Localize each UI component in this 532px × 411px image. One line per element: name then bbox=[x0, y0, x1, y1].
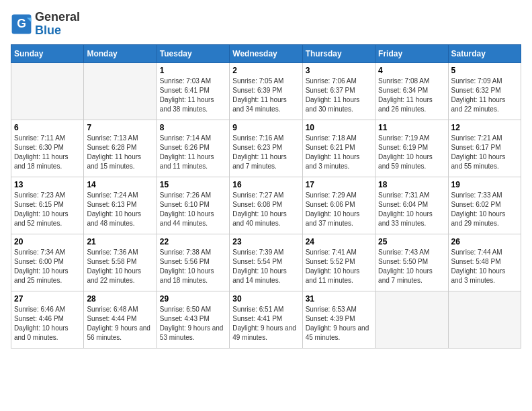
day-number: 24 bbox=[306, 237, 372, 246]
calendar-cell: 26 Sunrise: 7:44 AM Sunset: 5:48 PM Dayl… bbox=[448, 234, 521, 291]
day-info: Sunrise: 7:33 AM Sunset: 6:02 PM Dayligh… bbox=[451, 191, 518, 228]
day-number: 23 bbox=[232, 237, 299, 246]
calendar-cell: 3 Sunrise: 7:06 AM Sunset: 6:37 PM Dayli… bbox=[302, 62, 375, 120]
day-number: 19 bbox=[451, 180, 518, 189]
calendar-cell: 1 Sunrise: 7:03 AM Sunset: 6:41 PM Dayli… bbox=[157, 62, 229, 120]
day-number: 4 bbox=[378, 66, 445, 75]
calendar-table: SundayMondayTuesdayWednesdayThursdayFrid… bbox=[11, 44, 521, 349]
day-number: 29 bbox=[160, 294, 226, 304]
calendar-cell: 31 Sunrise: 6:53 AM Sunset: 4:39 PM Dayl… bbox=[302, 291, 375, 348]
day-info: Sunrise: 7:34 AM Sunset: 6:00 PM Dayligh… bbox=[14, 248, 81, 285]
weekday-header: Sunday bbox=[11, 44, 84, 62]
calendar-week-row: 20 Sunrise: 7:34 AM Sunset: 6:00 PM Dayl… bbox=[11, 234, 521, 291]
logo-icon: G bbox=[11, 13, 32, 35]
day-number: 18 bbox=[378, 180, 445, 189]
day-info: Sunrise: 7:36 AM Sunset: 5:58 PM Dayligh… bbox=[87, 248, 153, 285]
weekday-header: Monday bbox=[84, 44, 157, 62]
day-info: Sunrise: 7:29 AM Sunset: 6:06 PM Dayligh… bbox=[306, 191, 372, 228]
weekday-header: Friday bbox=[375, 44, 448, 62]
day-info: Sunrise: 7:18 AM Sunset: 6:21 PM Dayligh… bbox=[306, 134, 372, 171]
calendar-cell: 9 Sunrise: 7:16 AM Sunset: 6:23 PM Dayli… bbox=[230, 120, 302, 177]
day-number: 26 bbox=[451, 237, 518, 246]
calendar-cell: 6 Sunrise: 7:11 AM Sunset: 6:30 PM Dayli… bbox=[11, 120, 84, 177]
day-number: 16 bbox=[232, 180, 299, 189]
day-number: 30 bbox=[232, 294, 299, 304]
day-info: Sunrise: 7:14 AM Sunset: 6:26 PM Dayligh… bbox=[160, 134, 226, 171]
calendar-cell: 11 Sunrise: 7:19 AM Sunset: 6:19 PM Dayl… bbox=[375, 120, 448, 177]
calendar-cell: 14 Sunrise: 7:24 AM Sunset: 6:13 PM Dayl… bbox=[84, 177, 157, 234]
day-info: Sunrise: 7:11 AM Sunset: 6:30 PM Dayligh… bbox=[14, 134, 81, 171]
day-number: 1 bbox=[160, 66, 226, 75]
calendar-week-row: 13 Sunrise: 7:23 AM Sunset: 6:15 PM Dayl… bbox=[11, 177, 521, 234]
calendar-cell: 28 Sunrise: 6:48 AM Sunset: 4:44 PM Dayl… bbox=[84, 291, 157, 348]
day-info: Sunrise: 7:38 AM Sunset: 5:56 PM Dayligh… bbox=[160, 248, 226, 285]
calendar-cell: 18 Sunrise: 7:31 AM Sunset: 6:04 PM Dayl… bbox=[375, 177, 448, 234]
day-number: 31 bbox=[306, 294, 372, 304]
day-number: 3 bbox=[306, 66, 372, 75]
weekday-header: Thursday bbox=[302, 44, 375, 62]
calendar-header: SundayMondayTuesdayWednesdayThursdayFrid… bbox=[11, 44, 521, 62]
calendar-cell: 22 Sunrise: 7:38 AM Sunset: 5:56 PM Dayl… bbox=[157, 234, 229, 291]
day-info: Sunrise: 7:08 AM Sunset: 6:34 PM Dayligh… bbox=[378, 77, 445, 114]
weekday-header: Tuesday bbox=[157, 44, 229, 62]
calendar-cell: 5 Sunrise: 7:09 AM Sunset: 6:32 PM Dayli… bbox=[448, 62, 521, 120]
day-info: Sunrise: 7:23 AM Sunset: 6:15 PM Dayligh… bbox=[14, 191, 81, 228]
day-info: Sunrise: 7:26 AM Sunset: 6:10 PM Dayligh… bbox=[160, 191, 226, 228]
day-number: 2 bbox=[232, 66, 299, 75]
weekday-header-row: SundayMondayTuesdayWednesdayThursdayFrid… bbox=[11, 44, 521, 62]
calendar-cell: 17 Sunrise: 7:29 AM Sunset: 6:06 PM Dayl… bbox=[302, 177, 375, 234]
day-number: 25 bbox=[378, 237, 445, 246]
day-info: Sunrise: 7:21 AM Sunset: 6:17 PM Dayligh… bbox=[451, 134, 518, 171]
day-info: Sunrise: 7:09 AM Sunset: 6:32 PM Dayligh… bbox=[451, 77, 518, 114]
day-info: Sunrise: 7:03 AM Sunset: 6:41 PM Dayligh… bbox=[160, 77, 226, 114]
calendar-cell: 30 Sunrise: 6:51 AM Sunset: 4:41 PM Dayl… bbox=[230, 291, 302, 348]
calendar-cell bbox=[375, 291, 448, 348]
calendar-cell: 12 Sunrise: 7:21 AM Sunset: 6:17 PM Dayl… bbox=[448, 120, 521, 177]
day-number: 21 bbox=[87, 237, 153, 246]
day-number: 20 bbox=[14, 237, 81, 246]
calendar-cell: 16 Sunrise: 7:27 AM Sunset: 6:08 PM Dayl… bbox=[230, 177, 302, 234]
calendar-cell: 8 Sunrise: 7:14 AM Sunset: 6:26 PM Dayli… bbox=[157, 120, 229, 177]
day-info: Sunrise: 7:06 AM Sunset: 6:37 PM Dayligh… bbox=[306, 77, 372, 114]
day-number: 5 bbox=[451, 66, 518, 75]
logo: G General Blue bbox=[11, 11, 80, 38]
svg-text:G: G bbox=[17, 17, 26, 30]
day-info: Sunrise: 6:51 AM Sunset: 4:41 PM Dayligh… bbox=[232, 305, 299, 342]
day-info: Sunrise: 6:48 AM Sunset: 4:44 PM Dayligh… bbox=[87, 305, 153, 342]
day-number: 11 bbox=[378, 123, 445, 132]
calendar-cell: 27 Sunrise: 6:46 AM Sunset: 4:46 PM Dayl… bbox=[11, 291, 84, 348]
calendar-cell: 2 Sunrise: 7:05 AM Sunset: 6:39 PM Dayli… bbox=[230, 62, 302, 120]
day-info: Sunrise: 7:44 AM Sunset: 5:48 PM Dayligh… bbox=[451, 248, 518, 285]
day-number: 10 bbox=[306, 123, 372, 132]
calendar-week-row: 1 Sunrise: 7:03 AM Sunset: 6:41 PM Dayli… bbox=[11, 62, 521, 120]
day-number: 14 bbox=[87, 180, 153, 189]
calendar-cell: 20 Sunrise: 7:34 AM Sunset: 6:00 PM Dayl… bbox=[11, 234, 84, 291]
calendar-cell: 7 Sunrise: 7:13 AM Sunset: 6:28 PM Dayli… bbox=[84, 120, 157, 177]
day-info: Sunrise: 6:53 AM Sunset: 4:39 PM Dayligh… bbox=[306, 305, 372, 342]
day-number: 13 bbox=[14, 180, 81, 189]
day-number: 28 bbox=[87, 294, 153, 304]
calendar-cell: 21 Sunrise: 7:36 AM Sunset: 5:58 PM Dayl… bbox=[84, 234, 157, 291]
day-number: 27 bbox=[14, 294, 81, 304]
day-info: Sunrise: 6:46 AM Sunset: 4:46 PM Dayligh… bbox=[14, 305, 81, 342]
day-info: Sunrise: 7:43 AM Sunset: 5:50 PM Dayligh… bbox=[378, 248, 445, 285]
calendar-cell: 13 Sunrise: 7:23 AM Sunset: 6:15 PM Dayl… bbox=[11, 177, 84, 234]
logo-text: General Blue bbox=[35, 11, 80, 38]
day-info: Sunrise: 7:27 AM Sunset: 6:08 PM Dayligh… bbox=[232, 191, 299, 228]
calendar-cell: 29 Sunrise: 6:50 AM Sunset: 4:43 PM Dayl… bbox=[157, 291, 229, 348]
calendar-body: 1 Sunrise: 7:03 AM Sunset: 6:41 PM Dayli… bbox=[11, 62, 521, 348]
calendar-week-row: 6 Sunrise: 7:11 AM Sunset: 6:30 PM Dayli… bbox=[11, 120, 521, 177]
weekday-header: Saturday bbox=[448, 44, 521, 62]
day-number: 9 bbox=[232, 123, 299, 132]
weekday-header: Wednesday bbox=[230, 44, 302, 62]
calendar-cell: 10 Sunrise: 7:18 AM Sunset: 6:21 PM Dayl… bbox=[302, 120, 375, 177]
day-info: Sunrise: 7:41 AM Sunset: 5:52 PM Dayligh… bbox=[306, 248, 372, 285]
day-number: 22 bbox=[160, 237, 226, 246]
calendar-cell: 23 Sunrise: 7:39 AM Sunset: 5:54 PM Dayl… bbox=[230, 234, 302, 291]
calendar-cell: 24 Sunrise: 7:41 AM Sunset: 5:52 PM Dayl… bbox=[302, 234, 375, 291]
day-info: Sunrise: 7:19 AM Sunset: 6:19 PM Dayligh… bbox=[378, 134, 445, 171]
calendar-cell bbox=[448, 291, 521, 348]
calendar-cell: 4 Sunrise: 7:08 AM Sunset: 6:34 PM Dayli… bbox=[375, 62, 448, 120]
calendar-cell bbox=[11, 62, 84, 120]
day-number: 17 bbox=[306, 180, 372, 189]
